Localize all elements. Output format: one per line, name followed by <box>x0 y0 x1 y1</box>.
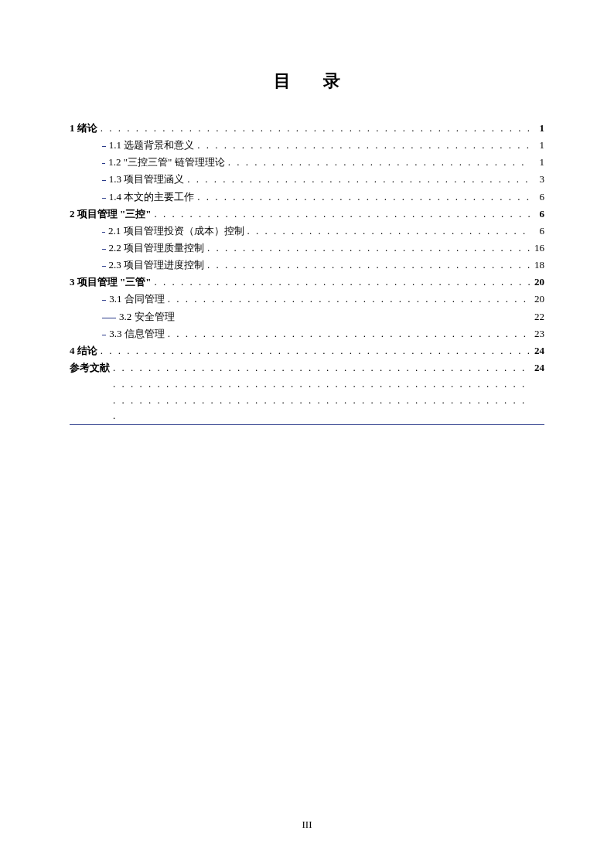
toc-leader <box>165 291 530 307</box>
toc-leader <box>97 121 530 136</box>
toc-page-number: 6 <box>530 223 544 239</box>
toc-list: 1 绪论11.1 选题背景和意义11.2 "三控三管" 链管理理论11.3 项目… <box>70 121 544 359</box>
toc-label: 3 项目管理 "三管" <box>70 274 151 290</box>
toc-label: 3.2 安全管理 <box>119 309 175 325</box>
hyperlink-underline-icon <box>102 180 106 181</box>
hyperlink-underline-icon <box>102 198 106 199</box>
toc-leader <box>184 172 530 187</box>
toc-label: 2.2 项目管理质量控制 <box>109 240 205 256</box>
toc-label: 2.3 项目管理进度控制 <box>109 257 205 273</box>
toc-page-number: 23 <box>530 326 544 342</box>
toc-leader <box>97 343 530 359</box>
toc-leader <box>244 223 530 239</box>
toc-page-number: 1 <box>530 155 544 170</box>
hyperlink-underline-icon <box>102 163 105 164</box>
toc-entry[interactable]: 1.3 项目管理涵义3 <box>70 172 544 187</box>
toc-leader <box>194 138 530 153</box>
toc-page-number: 24 <box>530 343 544 359</box>
toc-entry[interactable]: 3.3 信息管理23 <box>70 326 544 342</box>
toc-leader <box>151 206 530 222</box>
toc-entry[interactable]: 2 项目管理 "三控"6 <box>70 206 544 222</box>
toc-leader <box>204 240 530 256</box>
toc-label: 1 绪论 <box>70 121 97 136</box>
hyperlink-underline-icon <box>102 318 116 318</box>
toc-label: 2 项目管理 "三控" <box>70 206 151 222</box>
toc-entry[interactable]: 4 结论24 <box>70 343 544 359</box>
toc-leader <box>204 257 530 273</box>
toc-label: 3.3 信息管理 <box>109 326 165 342</box>
toc-entry[interactable]: 3.1 合同管理20 <box>70 291 544 307</box>
toc-entry[interactable]: 1.1 选题背景和意义1 <box>70 138 544 153</box>
toc-leader <box>110 360 530 424</box>
hyperlink-underline-icon <box>102 335 106 335</box>
toc-leader <box>225 155 530 170</box>
document-page: 目 录 1 绪论11.1 选题背景和意义11.2 "三控三管" 链管理理论11.… <box>0 0 614 868</box>
toc-entry-references[interactable]: 参考文献 24 <box>70 360 544 425</box>
toc-label: 1.1 选题背景和意义 <box>109 138 195 153</box>
toc-title: 目 录 <box>70 70 544 93</box>
toc-page-number: 3 <box>530 172 544 187</box>
toc-entry[interactable]: 1.4 本文的主要工作6 <box>70 189 544 205</box>
toc-entry[interactable]: 3.2 安全管理22 <box>70 309 544 325</box>
hyperlink-underline-icon <box>102 300 106 301</box>
toc-leader <box>165 326 530 342</box>
toc-page-number: 18 <box>530 257 544 273</box>
hyperlink-underline-icon <box>102 232 105 233</box>
page-number-footer: III <box>0 819 614 831</box>
toc-label: 3.1 合同管理 <box>109 291 165 307</box>
hyperlink-underline-icon <box>102 266 106 267</box>
toc-entry[interactable]: 2.1 项目管理投资（成本）控制6 <box>70 223 544 239</box>
toc-entry[interactable]: 1.2 "三控三管" 链管理理论1 <box>70 155 544 170</box>
hyperlink-underline-icon <box>102 146 106 147</box>
toc-leader <box>194 189 530 205</box>
toc-label: 1.4 本文的主要工作 <box>109 189 195 205</box>
toc-label: 1.3 项目管理涵义 <box>109 172 185 187</box>
toc-page-number: 6 <box>530 189 544 205</box>
toc-entry[interactable]: 2.2 项目管理质量控制16 <box>70 240 544 256</box>
hyperlink-underline-icon <box>102 249 106 250</box>
toc-page-number: 20 <box>530 291 544 307</box>
toc-label: 参考文献 <box>70 360 110 376</box>
toc-label: 2.1 项目管理投资（成本）控制 <box>108 223 244 239</box>
toc-entry[interactable]: 1 绪论1 <box>70 121 544 136</box>
toc-entry[interactable]: 2.3 项目管理进度控制18 <box>70 257 544 273</box>
toc-leader <box>151 274 530 290</box>
toc-label: 1.2 "三控三管" 链管理理论 <box>108 155 224 170</box>
toc-page-number: 20 <box>530 274 544 290</box>
toc-page-number: 16 <box>530 240 544 256</box>
toc-page-number: 6 <box>530 206 544 222</box>
toc-page-number: 22 <box>530 309 544 325</box>
toc-page-number: 24 <box>530 360 544 376</box>
toc-entry[interactable]: 3 项目管理 "三管"20 <box>70 274 544 290</box>
toc-page-number: 1 <box>530 121 544 136</box>
toc-label: 4 结论 <box>70 343 97 359</box>
toc-page-number: 1 <box>530 138 544 153</box>
